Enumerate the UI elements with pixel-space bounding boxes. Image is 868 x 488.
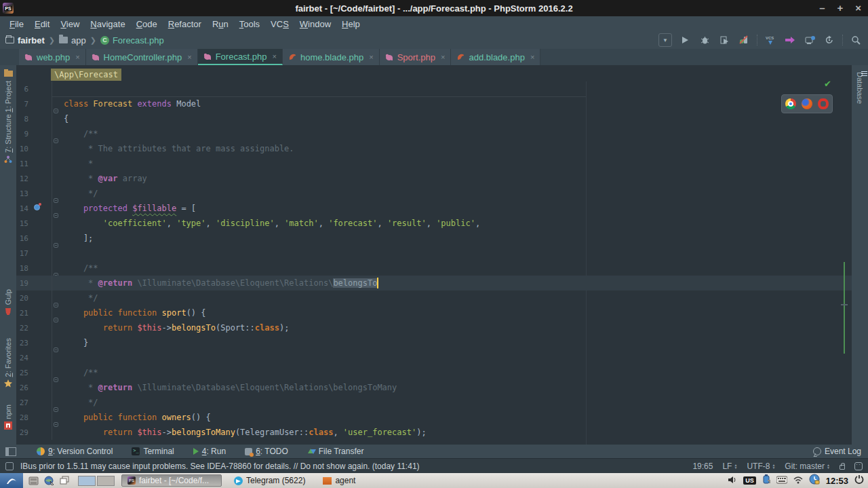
volume-icon[interactable] xyxy=(728,474,737,487)
code-line-13: 13 */ xyxy=(16,186,852,201)
tool-window-6-todo[interactable]: 6: TODO xyxy=(245,447,288,456)
wifi-icon[interactable] xyxy=(793,474,803,487)
breadcrumb-folder[interactable]: app xyxy=(59,35,86,45)
tab-sport-php[interactable]: Sport.php× xyxy=(380,49,452,65)
clock-calendar-icon[interactable] xyxy=(809,474,820,487)
code-text: /** xyxy=(60,263,98,273)
tool-window-9-version-control[interactable]: 9: Version Control xyxy=(37,447,113,456)
debug-button[interactable] xyxy=(698,33,711,47)
code-text: public function owners() { xyxy=(60,413,211,422)
code-line-23: 23 } xyxy=(16,335,852,350)
tab-web-php[interactable]: web.php× xyxy=(19,49,86,65)
tab-close-icon[interactable]: × xyxy=(441,53,445,61)
menu-vcs[interactable]: VCS xyxy=(265,19,294,29)
line-number: 21 xyxy=(16,309,28,318)
menu-file[interactable]: File xyxy=(4,19,29,29)
menu-view[interactable]: View xyxy=(55,19,85,29)
minimize-button[interactable]: – xyxy=(819,0,825,16)
tool-window-toggle-icon[interactable] xyxy=(5,447,16,456)
code-line-22: 22 return $this->belongsTo(Sport::class)… xyxy=(16,320,852,335)
stripe-button-1-project[interactable]: 1: Project xyxy=(0,69,16,112)
tab-label: add.blade.php xyxy=(469,52,524,62)
menu-refactor[interactable]: Refactor xyxy=(163,19,207,29)
menu-code[interactable]: Code xyxy=(131,19,163,29)
deploy-button[interactable] xyxy=(783,33,797,47)
workspace-2[interactable] xyxy=(97,476,115,486)
vcs-branch-widget[interactable]: Git: master ▲▼ xyxy=(785,462,830,471)
tab-homecontroller-php[interactable]: HomeController.php× xyxy=(86,49,198,65)
taskbar-window-telegram[interactable]: Telegram (5622) xyxy=(229,474,311,487)
code-line-9: 9 /** xyxy=(16,126,852,141)
run-config-selector[interactable]: ▼ xyxy=(658,33,672,47)
remote-host-button[interactable] xyxy=(803,33,816,47)
tab-add-blade-php[interactable]: add.blade.php× xyxy=(451,49,540,65)
clock-label[interactable]: 12:53 xyxy=(826,476,848,486)
search-everywhere-button[interactable] xyxy=(849,33,863,47)
menu-window[interactable]: Window xyxy=(294,19,336,29)
tab-close-icon[interactable]: × xyxy=(369,53,373,61)
tab-close-icon[interactable]: × xyxy=(75,53,79,61)
stripe-button-database[interactable]: Database xyxy=(852,69,868,104)
taskbar-window-phpstorm[interactable]: PSfairbet - [~/Code/f... xyxy=(121,474,222,487)
tool-window-terminal[interactable]: >_Terminal xyxy=(132,447,174,456)
coverage-button[interactable] xyxy=(717,33,731,47)
line-separator-widget[interactable]: LF ▲▼ xyxy=(722,462,737,471)
menu-tools[interactable]: Tools xyxy=(234,19,265,29)
firefox-browser-icon[interactable] xyxy=(802,98,812,109)
code-text: class Forecast extends Model xyxy=(60,99,201,109)
chrome-browser-icon[interactable] xyxy=(785,98,796,109)
menu-edit[interactable]: Edit xyxy=(29,19,55,29)
inspections-ok-icon[interactable]: ✔ xyxy=(824,79,831,89)
breadcrumb-project[interactable]: fairbet xyxy=(5,35,45,45)
tab-close-icon[interactable]: × xyxy=(530,53,534,61)
breadcrumb-file[interactable]: C Forecast.php xyxy=(100,35,164,45)
code-text: ]; xyxy=(60,233,93,243)
run-button[interactable] xyxy=(678,33,692,47)
close-button[interactable]: × xyxy=(855,0,861,16)
tab-close-icon[interactable]: × xyxy=(187,53,191,61)
menu-help[interactable]: Help xyxy=(336,19,366,29)
attach-debugger-button[interactable] xyxy=(737,33,751,47)
power-icon[interactable] xyxy=(854,474,864,487)
tab-forecast-php[interactable]: Forecast.php× xyxy=(198,49,283,65)
terminal-icon: >_ xyxy=(132,447,140,455)
code-text: * @return \Illuminate\Database\Eloquent\… xyxy=(60,383,397,392)
tool-window-file-transfer[interactable]: File Transfer xyxy=(307,447,364,456)
readonly-lock-icon[interactable] xyxy=(840,465,845,470)
encoding-widget[interactable]: UTF-8 ▲▼ xyxy=(747,462,775,471)
taskbar-window-agent[interactable]: agent xyxy=(317,474,361,487)
event-log-button[interactable]: Event Log xyxy=(813,447,861,456)
stripe-button-7-structure[interactable]: 7: Structure xyxy=(0,114,16,165)
spinner-arrows-icon: ▲▼ xyxy=(734,464,737,469)
workspace-1[interactable] xyxy=(78,476,96,486)
npm-icon xyxy=(4,421,12,431)
file-manager-icon[interactable] xyxy=(28,476,39,485)
vcs-update-button[interactable]: VCS xyxy=(764,33,777,47)
maximize-button[interactable]: + xyxy=(837,0,843,16)
web-browser-icon[interactable] xyxy=(44,476,54,486)
input-method-icon[interactable] xyxy=(776,474,787,487)
stripe-button-npm[interactable]: npm xyxy=(0,405,16,431)
keyboard-layout-indicator[interactable]: US xyxy=(743,476,756,485)
tab-home-blade-php[interactable]: home.blade.php× xyxy=(283,49,380,65)
menu-navigate[interactable]: Navigate xyxy=(85,19,130,29)
workspace-pager[interactable] xyxy=(78,476,115,486)
battery-icon[interactable] xyxy=(762,474,770,487)
php-file-icon xyxy=(385,53,393,61)
code-editor[interactable]: \App\Forecast 67class Forecast extends M… xyxy=(16,65,852,445)
stripe-button-gulp[interactable]: Gulp xyxy=(0,289,16,317)
highlighting-level-icon[interactable] xyxy=(854,462,863,470)
restore-button[interactable] xyxy=(823,33,836,47)
tool-window-4-run[interactable]: 4: Run xyxy=(193,447,226,456)
stripe-button-2-favorites[interactable]: 2: Favorites xyxy=(0,338,16,389)
toolbar-separator xyxy=(842,35,843,45)
status-message: IBus prior to 1.5.11 may cause input pro… xyxy=(20,462,420,471)
caret-position-widget[interactable]: 19:65 xyxy=(692,462,713,471)
app-launcher-button[interactable] xyxy=(0,473,23,488)
navigation-bar: fairbet ❯ app ❯ C Forecast.php ▼ VCS xyxy=(0,31,868,49)
code-line-16: 16 ]; xyxy=(16,231,852,246)
show-desktop-icon[interactable] xyxy=(60,476,70,485)
menu-run[interactable]: Run xyxy=(207,19,234,29)
tab-close-icon[interactable]: × xyxy=(273,52,277,60)
opera-browser-icon[interactable] xyxy=(818,98,829,109)
